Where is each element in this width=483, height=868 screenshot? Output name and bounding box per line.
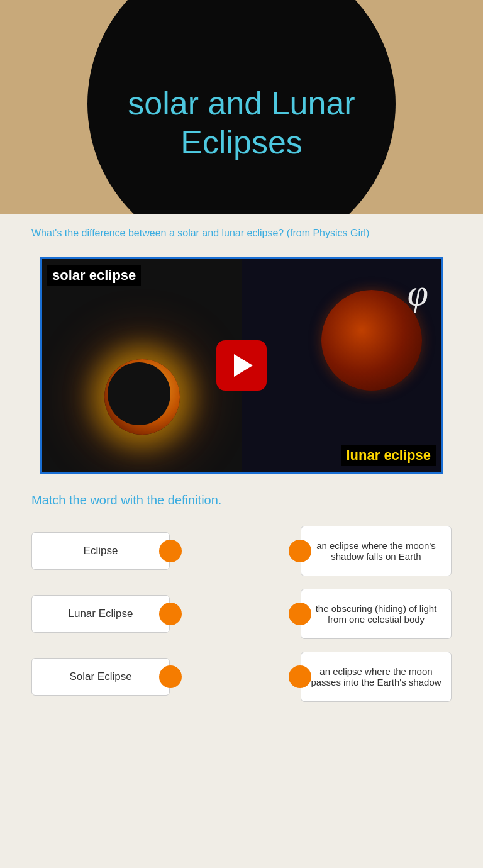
match-instruction: Match the word with the definition. — [31, 493, 452, 508]
match-row-2: Lunar Eclipse the obscuring (hiding) of … — [31, 589, 452, 639]
connector-dot-solar[interactable] — [159, 665, 182, 688]
word-label-lunar: Lunar Eclipse — [68, 608, 133, 620]
word-label-eclipse: Eclipse — [84, 545, 118, 557]
play-button[interactable] — [216, 340, 267, 391]
video-question: What's the difference between a solar an… — [31, 226, 452, 240]
hero-section: solar and Lunar Eclipses — [0, 0, 483, 214]
match-row-1: Eclipse an eclipse where the moon's shad… — [31, 526, 452, 576]
match-middle-1 — [170, 532, 301, 570]
match-def-3[interactable]: an eclipse where the moon passes into th… — [301, 652, 452, 702]
match-def-1[interactable]: an eclipse where the moon's shadow falls… — [301, 526, 452, 576]
solar-eclipse-visual — [104, 359, 180, 435]
word-label-solar: Solar Eclipse — [69, 670, 131, 683]
phi-symbol: φ — [408, 271, 428, 314]
page-title: solar and Lunar Eclipses — [87, 58, 396, 187]
match-def-2[interactable]: the obscuring (hiding) of light from one… — [301, 589, 452, 639]
video-left-panel: solar eclipse — [42, 259, 242, 472]
connector-dot-eclipse[interactable] — [159, 540, 182, 562]
connector-dot-lunar[interactable] — [159, 603, 182, 625]
match-middle-2 — [170, 595, 301, 633]
def-label-1: an eclipse where the moon's shadow falls… — [311, 540, 441, 562]
main-content: What's the difference between a solar an… — [0, 214, 483, 868]
match-middle-3 — [170, 658, 301, 696]
match-container: Eclipse an eclipse where the moon's shad… — [31, 526, 452, 715]
play-icon — [234, 354, 253, 377]
match-row-3: Solar Eclipse an eclipse where the moon … — [31, 652, 452, 702]
video-thumbnail: solar eclipse φ lunar eclipse — [42, 259, 441, 472]
match-word-solar[interactable]: Solar Eclipse — [31, 658, 170, 696]
def-label-2: the obscuring (hiding) of light from one… — [311, 603, 441, 625]
video-right-panel: φ lunar eclipse — [242, 259, 441, 472]
lunar-eclipse-label: lunar eclipse — [341, 445, 436, 466]
match-word-eclipse[interactable]: Eclipse — [31, 532, 170, 570]
connector-dot-left-1[interactable] — [289, 540, 311, 562]
video-container[interactable]: solar eclipse φ lunar eclipse — [40, 257, 443, 474]
solar-eclipse-label: solar eclipse — [47, 265, 141, 286]
connector-dot-left-3[interactable] — [289, 665, 311, 688]
match-word-lunar[interactable]: Lunar Eclipse — [31, 595, 170, 633]
def-label-3: an eclipse where the moon passes into th… — [311, 666, 441, 687]
connector-dot-left-2[interactable] — [289, 603, 311, 625]
divider-match — [31, 513, 452, 513]
solar-eclipse-moon — [108, 362, 170, 425]
divider-video — [31, 247, 452, 247]
